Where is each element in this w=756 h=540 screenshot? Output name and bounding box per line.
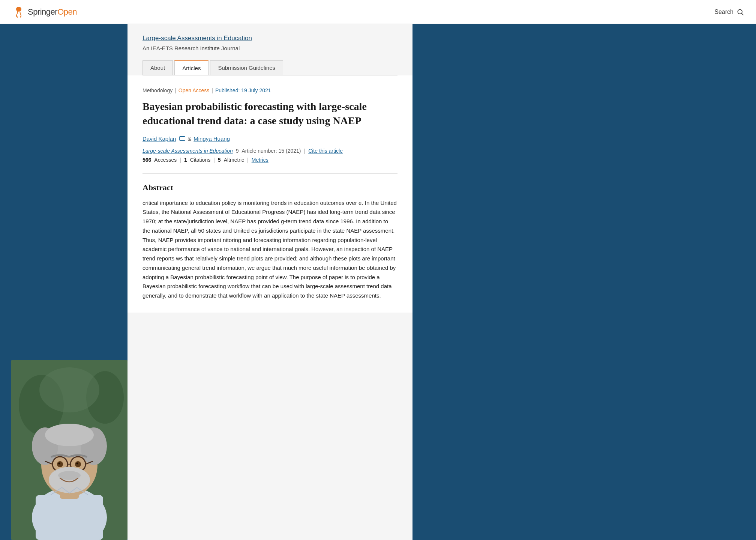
tab-submission[interactable]: Submission Guidelines [210, 60, 283, 75]
author-portrait [11, 360, 128, 540]
journal-header: Large-scale Assessments in Education An … [128, 24, 412, 75]
tabs-row: About Articles Submission Guidelines [142, 60, 398, 75]
author-david-kaplan[interactable]: David Kaplan [142, 135, 176, 142]
svg-point-6 [39, 367, 99, 412]
journal-ref-link[interactable]: Large-scale Assessments in Education [142, 148, 233, 154]
abstract-section: Abstract critical importance to educatio… [142, 173, 398, 301]
content-area: Large-scale Assessments in Education An … [128, 24, 412, 540]
altmetric-count: 5 [218, 157, 221, 163]
journal-subtitle: An IEA-ETS Research Institute Journal [142, 45, 398, 51]
article-number: Article number: 15 (2021) [242, 148, 301, 154]
article-content: Methodology | Open Access | Published: 1… [128, 75, 412, 313]
svg-point-20 [57, 461, 63, 467]
metrics-line: 566 Accesses | 1 Citations | 5 Altmetric… [142, 157, 398, 163]
svg-line-2 [742, 13, 744, 15]
svg-point-22 [58, 463, 60, 465]
author-mingya-huang[interactable]: Mingya Huang [194, 135, 230, 142]
author-separator: & [188, 135, 191, 142]
article-title: Bayesian probabilistic forecasting with … [142, 99, 398, 128]
svg-point-0 [18, 8, 20, 10]
journal-title-link[interactable]: Large-scale Assessments in Education [142, 35, 398, 42]
published-date-link[interactable]: Published: 19 July 2021 [215, 87, 271, 93]
svg-point-23 [76, 463, 78, 465]
right-sidebar [412, 24, 756, 540]
abstract-text: critical importance to education policy … [142, 199, 398, 301]
springer-logo-icon [12, 5, 26, 19]
logo-area[interactable]: SpringerOpen [12, 5, 77, 19]
citations-label: Citations [190, 157, 210, 163]
article-meta-line: Methodology | Open Access | Published: 1… [142, 87, 398, 93]
pipe-4: | [247, 157, 249, 163]
tab-articles[interactable]: Articles [174, 60, 208, 75]
svg-point-14 [45, 424, 94, 446]
open-access-badge: Open Access [178, 87, 210, 93]
pipe-2: | [180, 157, 181, 163]
svg-point-1 [738, 9, 742, 14]
accesses-label: Accesses [154, 157, 177, 163]
email-icon[interactable] [179, 136, 185, 141]
article-category: Methodology [142, 87, 172, 93]
volume-text: 9 [236, 148, 239, 154]
search-label: Search [714, 9, 734, 15]
accesses-count: 566 [142, 157, 151, 163]
svg-point-21 [75, 461, 81, 467]
top-navigation: SpringerOpen Search [0, 0, 756, 24]
pipe-1: | [304, 148, 305, 154]
cite-article-link[interactable]: Cite this article [308, 148, 343, 154]
portrait-image [11, 360, 128, 540]
meta-sep-2: | [212, 87, 213, 93]
search-icon [736, 8, 744, 16]
pipe-3: | [213, 157, 215, 163]
svg-rect-8 [36, 495, 103, 540]
authors-line: David Kaplan & Mingya Huang [142, 135, 398, 142]
meta-sep-1: | [175, 87, 176, 93]
tab-about[interactable]: About [142, 60, 173, 75]
altmetric-label: Altmetric [224, 157, 244, 163]
logo-text: SpringerOpen [28, 7, 77, 17]
page-wrapper: Large-scale Assessments in Education An … [0, 24, 756, 540]
citation-line: Large-scale Assessments in Education 9 A… [142, 148, 398, 154]
metrics-link[interactable]: Metrics [252, 157, 268, 163]
search-button[interactable]: Search [714, 8, 744, 16]
citations-count: 1 [184, 157, 187, 163]
abstract-heading: Abstract [142, 183, 398, 193]
